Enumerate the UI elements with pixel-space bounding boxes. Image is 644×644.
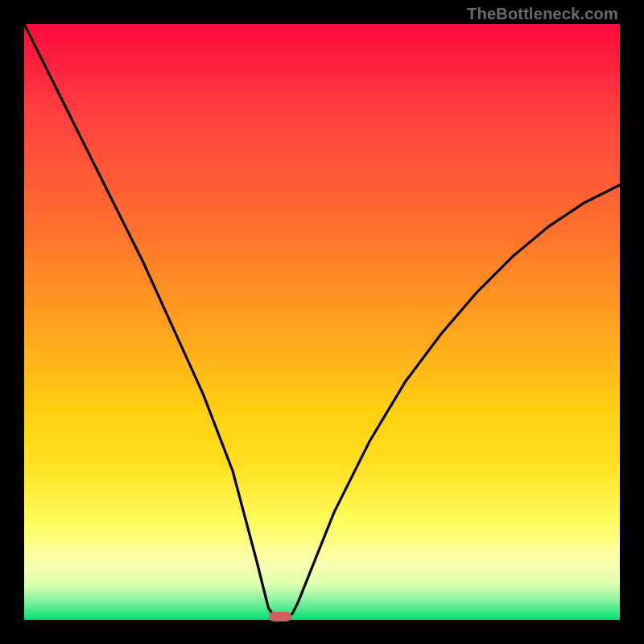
watermark-text: TheBottleneck.com [467, 5, 618, 23]
optimal-marker [269, 612, 291, 621]
chart-frame: TheBottleneck.com [0, 0, 644, 644]
bottleneck-curve [24, 24, 620, 617]
plot-area [24, 24, 620, 620]
curve-svg [24, 24, 620, 620]
